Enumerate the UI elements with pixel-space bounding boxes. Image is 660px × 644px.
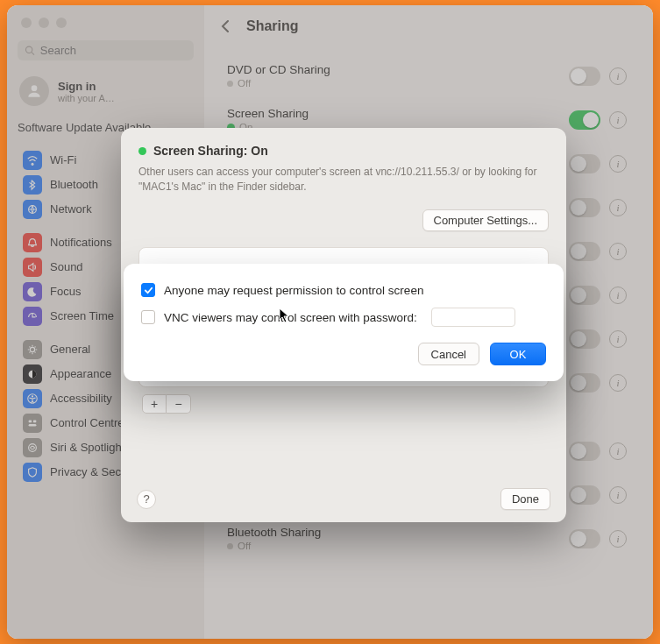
ok-button[interactable]: OK	[490, 343, 546, 365]
checkbox-vnc-password[interactable]	[141, 310, 155, 324]
sheet-title-row: Screen Sharing: On	[138, 144, 549, 158]
option-vnc-password[interactable]: VNC viewers may control screen with pass…	[141, 308, 546, 327]
option-anyone-request-label: Anyone may request permission to control…	[164, 284, 423, 297]
computer-settings-modal: Anyone may request permission to control…	[124, 264, 564, 381]
vnc-password-input[interactable]	[431, 308, 515, 327]
settings-window: Sign in with your A… Software Update Ava…	[7, 5, 653, 639]
add-button[interactable]: +	[142, 394, 167, 414]
option-anyone-request[interactable]: Anyone may request permission to control…	[141, 283, 546, 297]
status-dot-on-icon	[138, 147, 146, 155]
done-button[interactable]: Done	[500, 488, 550, 510]
add-remove-controls: + −	[138, 394, 549, 414]
help-button[interactable]: ?	[137, 490, 156, 509]
computer-settings-button[interactable]: Computer Settings...	[422, 209, 550, 231]
sheet-description: Other users can access your computer's s…	[138, 165, 549, 195]
sheet-title: Screen Sharing: On	[153, 144, 268, 158]
remove-button[interactable]: −	[167, 394, 191, 414]
option-vnc-password-label: VNC viewers may control screen with pass…	[164, 311, 417, 324]
checkbox-anyone-request[interactable]	[141, 283, 155, 297]
cancel-button[interactable]: Cancel	[418, 343, 479, 365]
